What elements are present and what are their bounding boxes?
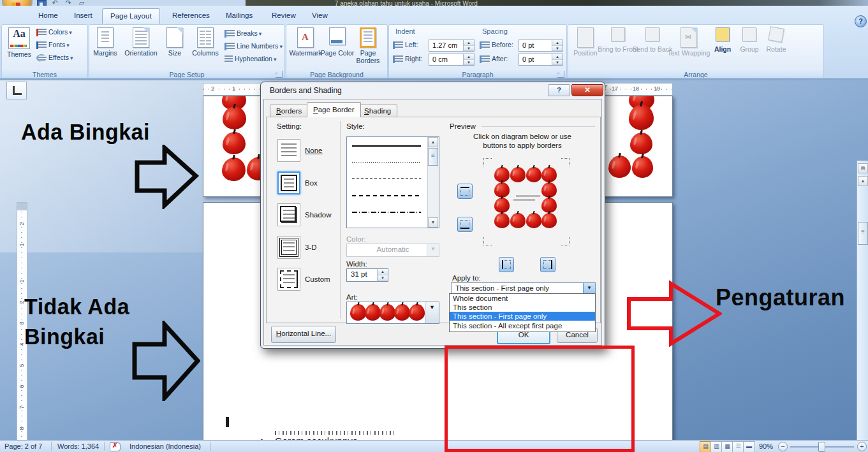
setting-none-label[interactable]: None: [305, 147, 323, 154]
tab-insert[interactable]: Insert: [66, 10, 100, 22]
tab-page-border[interactable]: Page Border: [307, 102, 361, 117]
orientation-button[interactable]: Orientation▼: [122, 27, 159, 68]
tab-borders[interactable]: Borders: [270, 105, 308, 117]
themes-button[interactable]: Aa Themes▼: [4, 27, 34, 68]
breaks-button[interactable]: Breaks: [224, 27, 261, 39]
setting-shadow-button[interactable]: [277, 203, 300, 226]
spacing-before-spinner[interactable]: ▲▼: [552, 40, 563, 51]
spacing-after-icon: [480, 55, 490, 63]
scrollbar-thumb[interactable]: [858, 222, 868, 245]
size-button[interactable]: Size▼: [162, 27, 188, 68]
spin-down-icon[interactable]: ▼: [464, 46, 474, 52]
width-input[interactable]: 31 pt ▲▼: [346, 268, 388, 282]
spacing-after-input[interactable]: 0 pt▲▼: [519, 54, 563, 66]
preview-right-border-button[interactable]: [540, 257, 555, 272]
horizontal-line-button[interactable]: Horizontal Line...: [271, 326, 336, 343]
help-icon[interactable]: ?: [855, 15, 867, 27]
tab-stop-selector[interactable]: [6, 82, 27, 99]
theme-colors-button[interactable]: Colors: [36, 26, 72, 38]
columns-button[interactable]: Columns▼: [190, 27, 221, 68]
setting-3d-label[interactable]: 3-D: [305, 244, 317, 251]
setting-box-label[interactable]: Box: [305, 179, 318, 187]
spin-up-icon[interactable]: ▲: [552, 40, 563, 46]
width-spinner[interactable]: ▲▼: [377, 269, 388, 281]
chevron-down-icon[interactable]: [425, 302, 439, 323]
tab-home[interactable]: Home: [31, 10, 66, 22]
preview-diagram[interactable]: [494, 167, 557, 228]
dropdown-option[interactable]: This section: [450, 303, 595, 312]
spin-down-icon[interactable]: ▼: [552, 60, 563, 66]
page-borders-button[interactable]: Page Borders: [353, 27, 383, 68]
setting-3d-button[interactable]: [277, 236, 300, 259]
style-option-dotted[interactable]: [352, 162, 421, 163]
setting-none-button[interactable]: [277, 139, 300, 162]
preview-top-border-button[interactable]: [457, 184, 473, 199]
theme-effects-button[interactable]: Effects: [36, 52, 73, 63]
preview-bottom-border-button[interactable]: [457, 217, 473, 232]
scroll-down-icon[interactable]: ▼: [428, 217, 438, 228]
spin-up-icon[interactable]: ▲: [464, 54, 474, 60]
zoom-level[interactable]: 90%: [759, 441, 773, 452]
horizontal-ruler-left[interactable]: 2 1: [203, 83, 261, 96]
scrollbar-thumb[interactable]: [428, 148, 438, 166]
tab-review[interactable]: Review: [264, 10, 304, 22]
tab-mailings[interactable]: Mailings: [218, 10, 260, 22]
spin-up-icon[interactable]: ▲: [464, 40, 474, 46]
preview-left-border-button[interactable]: [499, 257, 514, 272]
draft-view-icon[interactable]: ▬: [743, 441, 755, 452]
align-button[interactable]: Align▼: [710, 27, 735, 68]
theme-fonts-button[interactable]: Fonts: [36, 39, 70, 50]
style-option-dashed-large[interactable]: [352, 195, 421, 196]
spin-down-icon[interactable]: ▼: [378, 275, 388, 282]
hyphenation-button[interactable]: Hyphenation: [224, 53, 277, 64]
spellcheck-icon[interactable]: [110, 442, 121, 451]
spacing-before-input[interactable]: 0 pt▲▼: [519, 40, 563, 52]
indent-right-input[interactable]: 0 cm▲▼: [429, 54, 474, 66]
zoom-in-icon[interactable]: +: [857, 442, 867, 451]
page-indicator[interactable]: Page: 2 of 7: [4, 441, 42, 452]
margins-button[interactable]: Margins▼: [91, 27, 120, 68]
scroll-up-icon[interactable]: ▲: [428, 137, 438, 147]
paragraph-dialog-launcher[interactable]: ⌐: [557, 71, 564, 78]
tab-view[interactable]: View: [304, 10, 335, 22]
page-setup-dialog-launcher[interactable]: ⌐: [276, 71, 283, 78]
indent-right-spinner[interactable]: ▲▼: [463, 54, 474, 65]
dialog-help-icon[interactable]: ?: [548, 84, 570, 96]
tab-references[interactable]: References: [165, 10, 217, 22]
dropdown-option[interactable]: This section - All except first page: [450, 321, 595, 330]
page-color-button[interactable]: Page Color▼: [323, 27, 351, 68]
style-listbox[interactable]: ▲ ▼: [346, 136, 439, 228]
indent-left-spinner[interactable]: ▲▼: [463, 40, 474, 51]
style-scrollbar[interactable]: ▲ ▼: [427, 137, 439, 228]
spin-up-icon[interactable]: ▲: [552, 54, 563, 60]
watermark-button[interactable]: AWatermark▼: [289, 27, 322, 68]
dropdown-option-selected[interactable]: This section - First page only: [450, 312, 595, 321]
art-combobox[interactable]: [346, 302, 439, 324]
setting-custom-button[interactable]: [277, 268, 300, 291]
close-icon[interactable]: ✕: [571, 84, 603, 96]
style-option-dashed-small[interactable]: [352, 179, 421, 179]
dropdown-option[interactable]: Whole document: [450, 294, 595, 303]
tab-shading[interactable]: Shading: [358, 105, 397, 117]
zoom-out-icon[interactable]: −: [778, 442, 788, 451]
indent-left-input[interactable]: 1.27 cm▲▼: [429, 40, 474, 52]
horizontal-ruler-right[interactable]: 17 18 19: [600, 83, 673, 96]
setting-box-button[interactable]: [277, 171, 300, 194]
spacing-after-spinner[interactable]: ▲▼: [552, 54, 563, 65]
style-option-dash-dot[interactable]: [352, 212, 421, 213]
setting-custom-label[interactable]: Custom: [305, 275, 330, 283]
language-indicator[interactable]: Indonesian (Indonesia): [129, 441, 201, 452]
scroll-up-icon[interactable]: ▲: [858, 176, 868, 186]
setting-shadow-label[interactable]: Shadow: [305, 211, 332, 219]
spin-up-icon[interactable]: ▲: [378, 269, 388, 275]
spin-down-icon[interactable]: ▼: [464, 60, 474, 66]
word-count[interactable]: Words: 1,364: [57, 441, 99, 452]
tab-page-layout[interactable]: Page Layout: [102, 8, 160, 24]
vertical-scrollbar[interactable]: ▤ ▲ ▼: [857, 161, 868, 452]
line-numbers-button[interactable]: Line Numbers: [224, 40, 283, 52]
zoom-slider-thumb[interactable]: [818, 442, 825, 452]
style-option-solid[interactable]: [352, 145, 421, 147]
vertical-ruler[interactable]: 2 1 1 2 3 4 5 6 7 8: [17, 202, 27, 441]
ruler-toggle-icon[interactable]: ▤: [858, 163, 868, 173]
spin-down-icon[interactable]: ▼: [552, 46, 563, 52]
